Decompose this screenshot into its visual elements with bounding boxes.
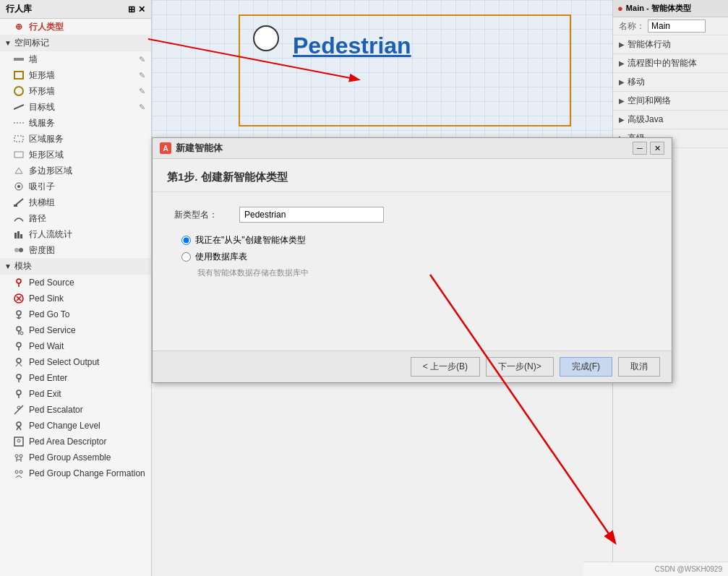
section-arrow: ▶ [619, 59, 625, 67]
sidebar-item-escalator-group[interactable]: 扶梯组 [0, 194, 151, 210]
sidebar-title: 行人库 [6, 3, 32, 15]
svg-marker-7 [15, 168, 22, 173]
edit-icon[interactable]: ✎ [139, 71, 145, 80]
dialog-titlebar: A 新建智能体 ─ ✕ [153, 138, 672, 159]
path-icon [13, 212, 25, 224]
edit-icon[interactable]: ✎ [139, 87, 145, 96]
dialog-minimize-button[interactable]: ─ [633, 142, 647, 155]
dialog-close-button[interactable]: ✕ [650, 142, 664, 155]
sidebar-item-ped-sink[interactable]: Ped Sink [0, 291, 151, 306]
section-label: 空间和网络 [628, 95, 671, 107]
person-type-icon: ⊕ [13, 21, 25, 33]
item-label: 吸引子 [29, 181, 55, 193]
dialog-icon: A [160, 142, 171, 154]
svg-point-9 [17, 185, 20, 188]
sidebar-item-ped-group-change[interactable]: Ped Group Change Formation [0, 465, 151, 481]
section-modules[interactable]: ▼ 模块 [0, 258, 151, 275]
sidebar-item-person-type[interactable]: ⊕ 行人类型 [0, 19, 151, 35]
watermark-text: CSDN @WSKH0929 [654, 565, 722, 573]
svg-point-51 [20, 470, 22, 473]
item-label: Ped Sink [29, 293, 64, 304]
person-type-label: 行人类型 [29, 21, 64, 33]
sidebar-item-density[interactable]: 密度图 [0, 242, 151, 258]
sidebar-item-flow-stat[interactable]: 行人流统计 [0, 226, 151, 242]
sidebar-item-ped-enter[interactable]: Ped Enter [0, 370, 151, 386]
sidebar-item-ped-change-level[interactable]: Ped Change Level [0, 418, 151, 434]
radio-database[interactable] [181, 252, 191, 262]
ped-sink-icon [13, 293, 25, 304]
svg-rect-1 [14, 72, 23, 79]
sidebar-item-ped-source[interactable]: Ped Source [0, 275, 151, 291]
name-input[interactable] [648, 20, 706, 33]
sidebar-item-attractor[interactable]: 吸引子 [0, 179, 151, 194]
ped-label: Pedestrian [293, 33, 411, 59]
rect-area-icon [13, 149, 25, 160]
btn-next[interactable]: 下一步(N)> [486, 357, 554, 377]
svg-point-46 [20, 455, 22, 457]
dialog-field-label: 新类型名： [174, 209, 239, 221]
svg-line-33 [19, 363, 22, 366]
item-label: 矩形墙 [29, 69, 55, 82]
right-panel-section-space-network[interactable]: ▶ 空间和网络 [613, 92, 728, 111]
svg-point-17 [17, 279, 21, 283]
sidebar-item-circle-wall[interactable]: 环形墙 ✎ [0, 83, 151, 99]
section-label: 空间标记 [14, 37, 49, 49]
sidebar-item-path[interactable]: 路径 [0, 210, 151, 226]
svg-rect-0 [14, 58, 24, 61]
svg-rect-12 [14, 233, 17, 238]
sidebar-item-ped-goto[interactable]: Ped Go To [0, 306, 151, 322]
btn-finish[interactable]: 完成(F) [560, 357, 612, 377]
right-panel-section-java[interactable]: ▶ 高级Java [613, 111, 728, 129]
item-label: Ped Change Level [29, 421, 100, 431]
svg-line-40 [14, 405, 23, 414]
right-panel-section-movement[interactable]: ▶ 移动 [613, 73, 728, 92]
sidebar-item-ped-group-assemble[interactable]: Ped Group Assemble [0, 450, 151, 465]
sidebar-item-rect-area[interactable]: 矩形区域 [0, 147, 151, 163]
circle-wall-icon [13, 85, 25, 97]
poly-area-icon [13, 165, 25, 176]
sidebar-item-ped-escalator[interactable]: Ped Escalator [0, 402, 151, 418]
sidebar-header: 行人库 ⊞ ✕ [0, 0, 151, 19]
sidebar-item-ped-exit[interactable]: Ped Exit [0, 386, 151, 402]
item-label: Ped Escalator [29, 405, 83, 415]
item-label: Ped Go To [29, 309, 69, 319]
btn-cancel[interactable]: 取消 [618, 357, 660, 377]
section-space-markers[interactable]: ▼ 空间标记 [0, 35, 151, 51]
right-panel-section-flowchart-agent[interactable]: ▶ 流程图中的智能体 [613, 54, 728, 73]
right-panel-section-agent-action[interactable]: ▶ 智能体行动 [613, 35, 728, 54]
radio-from-scratch[interactable] [181, 236, 191, 245]
item-label: 墙 [29, 53, 38, 66]
svg-point-22 [17, 311, 21, 315]
dialog-radio-database-sub: 我有智能体数据存储在数据库中 [197, 267, 650, 278]
svg-point-41 [17, 406, 20, 409]
edit-icon[interactable]: ✎ [139, 103, 145, 112]
sidebar-item-ped-service[interactable]: Ped Service [0, 322, 151, 338]
ped-wait-icon [13, 340, 25, 352]
btn-back[interactable]: < 上一步(B) [411, 357, 480, 377]
section-arrow: ▼ [4, 262, 12, 270]
sidebar-item-line-service[interactable]: 线服务 [0, 115, 151, 131]
sidebar-item-rect-wall[interactable]: 矩形墙 ✎ [0, 67, 151, 83]
ped-change-level-icon [13, 420, 25, 431]
grid-icon[interactable]: ⊞ [128, 4, 135, 14]
close-icon[interactable]: ✕ [138, 4, 145, 14]
sidebar-item-target-line[interactable]: 目标线 ✎ [0, 99, 151, 115]
sidebar-item-wall[interactable]: 墙 ✎ [0, 51, 151, 67]
area-service-icon [13, 133, 25, 145]
edit-icon[interactable]: ✎ [139, 55, 145, 64]
section-label: 智能体行动 [628, 38, 671, 51]
item-label: 区域服务 [29, 133, 64, 145]
section-label: 流程图中的智能体 [628, 57, 697, 69]
dialog-radio-from-scratch-row: 我正在"从头"创建智能体类型 [181, 234, 650, 246]
sidebar-item-ped-select[interactable]: Ped Select Output [0, 354, 151, 370]
ped-area-desc-icon [13, 436, 25, 447]
dialog-name-input[interactable] [239, 207, 384, 223]
target-line-icon [13, 101, 25, 113]
sidebar-item-ped-area-desc[interactable]: Ped Area Descriptor [0, 434, 151, 450]
sidebar-item-ped-wait[interactable]: Ped Wait [0, 338, 151, 354]
svg-point-31 [17, 358, 21, 363]
sidebar-item-poly-area[interactable]: 多边形区域 [0, 163, 151, 179]
right-panel-header: ● Main - 智能体类型 [613, 0, 728, 17]
sidebar-item-area-service[interactable]: 区域服务 [0, 131, 151, 147]
svg-rect-11 [14, 205, 17, 207]
